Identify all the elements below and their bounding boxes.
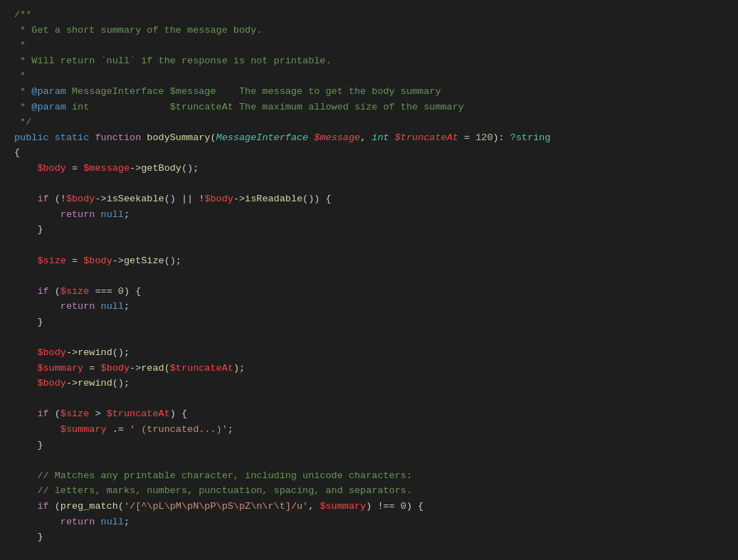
var-size-assign: $size (37, 253, 66, 269)
method-rewind-1: rewind (78, 345, 112, 361)
code-line-3: * (0, 38, 738, 53)
code-line-35: } (0, 529, 738, 545)
num-120: 120 (475, 130, 492, 146)
var-truncateAt-call: $truncateAt (170, 361, 233, 376)
code-line-26 (0, 391, 738, 407)
code-line-12 (0, 176, 738, 192)
num-0: 0 (118, 284, 124, 300)
code-line-19: if ($size === 0) { (0, 284, 738, 300)
code-line-31: // Matches any printable character, incl… (0, 468, 738, 484)
code-line-30 (0, 453, 738, 468)
comment-line-7: * @param int $truncateAt The maximum all… (14, 100, 464, 115)
code-line-10: { (0, 145, 738, 161)
comment-close: */ (14, 115, 31, 130)
val-null-2: null (101, 299, 124, 315)
summary-word: summary (101, 25, 142, 36)
comment-line-31: // Matches any printable character, incl… (14, 468, 412, 484)
fn-bodySummary: bodySummary (147, 130, 210, 146)
str-regex: '/[^\pL\pM\pN\pP\pS\pZ\n\r\t]/u' (124, 499, 308, 514)
kw-public: public (14, 130, 49, 146)
code-line-24: $summary = $body->read($truncateAt); (0, 361, 738, 376)
method-getBody: getBody (141, 161, 181, 176)
code-line-1: /** (0, 7, 738, 23)
var-message-getbody: $message (83, 161, 130, 176)
kw-if-1: if (37, 191, 48, 207)
code-line-36 (0, 545, 738, 560)
comment-line-32: // letters, marks, numbers, punctuation,… (14, 483, 412, 499)
comment-line-5: * (14, 68, 26, 84)
var-message: $message (314, 130, 360, 146)
code-line-18 (0, 268, 738, 284)
var-body-rewind-1: $body (37, 345, 66, 361)
code-editor: /** * Get a short summary of the message… (0, 0, 738, 560)
kw-function: function (95, 130, 141, 146)
kw-return-3: return (60, 514, 95, 530)
code-line-28: $summary .= ' (truncated...)'; (0, 422, 738, 438)
code-line-29: } (0, 438, 738, 453)
comment-line-3: * (14, 38, 26, 53)
code-line-32: // letters, marks, numbers, punctuation,… (0, 483, 738, 499)
var-truncateAt-decl: $truncateAt (395, 130, 458, 146)
kw-return-1: return (60, 207, 95, 223)
kw-return-2: return (60, 299, 95, 315)
type-int: int (371, 130, 389, 146)
code-line-8: */ (0, 115, 738, 130)
method-getSize: getSize (124, 253, 164, 269)
fn-preg-match: preg_match (60, 499, 118, 514)
kw-if-2: if (37, 284, 48, 300)
comment-line-2: * Get a short summary of the message bod… (14, 23, 262, 38)
var-truncateAt-gt: $truncateAt (107, 406, 170, 422)
method-isReadable: isReadable (245, 191, 302, 207)
var-body-seekable: $body (66, 191, 95, 207)
code-line-14: return null; (0, 207, 738, 223)
kw-if-4: if (37, 499, 48, 514)
method-isSeekable: isSeekable (107, 191, 164, 207)
comment-open: /** (14, 7, 31, 23)
code-line-20: return null; (0, 299, 738, 315)
code-line-5: * (0, 68, 738, 84)
kw-if-3: if (37, 406, 48, 422)
method-read: read (141, 361, 164, 376)
type-MessageInterface: MessageInterface (216, 130, 309, 146)
val-null-3: null (101, 514, 124, 530)
kw-static: static (55, 130, 90, 146)
code-line-22 (0, 329, 738, 345)
var-size-cmp: $size (60, 284, 90, 300)
var-body-read: $body (101, 361, 130, 376)
var-body-assign: $body (37, 161, 66, 176)
var-summary-concat: $summary (60, 422, 107, 438)
code-line-15: } (0, 222, 738, 238)
var-body-readable: $body (204, 191, 233, 207)
code-line-2: * Get a short summary of the message bod… (0, 23, 738, 38)
var-summary-preg: $summary (320, 499, 366, 514)
val-null-1: null (101, 207, 124, 223)
code-line-27: if ($size > $truncateAt) { (0, 406, 738, 422)
brace-open: { (14, 145, 20, 161)
code-line-4: * Will return `null` if the response is … (0, 53, 738, 69)
code-line-17: $size = $body->getSize(); (0, 253, 738, 269)
comment-line-4: * Will return `null` if the response is … (14, 53, 332, 69)
var-body-rewind-2: $body (37, 376, 66, 391)
type-string-return: ?string (510, 130, 551, 146)
code-line-7: * @param int $truncateAt The maximum all… (0, 100, 738, 115)
code-line-16 (0, 238, 738, 253)
code-line-6: * @param MessageInterface $message The m… (0, 84, 738, 100)
comment-line-6: * @param MessageInterface $message The m… (14, 84, 441, 100)
var-summary-assign: $summary (37, 361, 83, 376)
str-truncated: ' (truncated...)' (130, 422, 228, 438)
code-line-23: $body->rewind(); (0, 345, 738, 361)
code-line-21: } (0, 315, 738, 330)
num-0-preg: 0 (401, 499, 406, 514)
code-line-13: if (!$body->isSeekable() || !$body->isRe… (0, 191, 738, 207)
code-line-9: public static function bodySummary(Messa… (0, 130, 738, 146)
var-body-getsize: $body (83, 253, 112, 269)
code-line-33: if (preg_match('/[^\pL\pM\pN\pP\pS\pZ\n\… (0, 499, 738, 514)
method-rewind-2: rewind (78, 376, 112, 391)
code-line-25: $body->rewind(); (0, 376, 738, 391)
code-line-11: $body = $message->getBody(); (0, 161, 738, 176)
code-line-34: return null; (0, 514, 738, 530)
var-size-gt: $size (60, 406, 90, 422)
